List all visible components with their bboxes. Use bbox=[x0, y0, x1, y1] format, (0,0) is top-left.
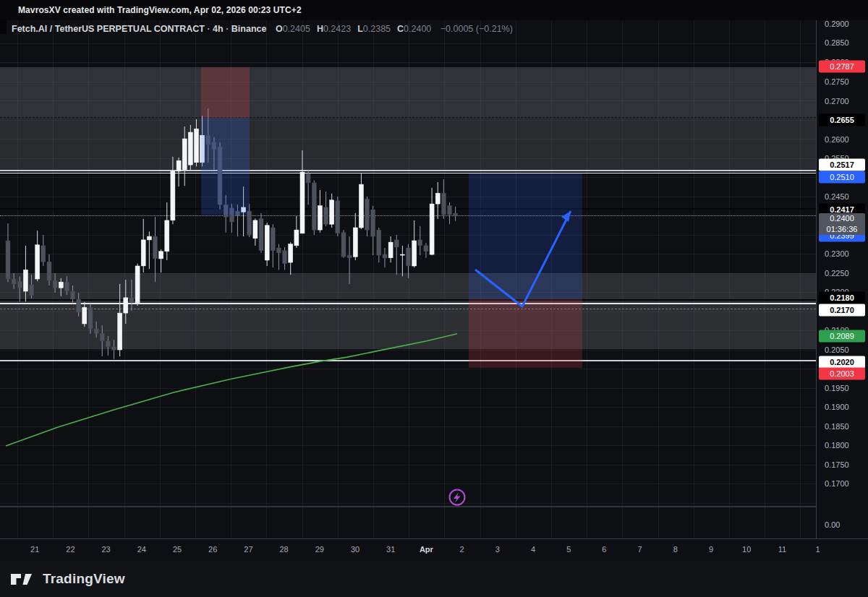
ohlc-letter: L bbox=[357, 24, 363, 34]
tradingview-logo-text: TradingView bbox=[43, 571, 125, 587]
chart-pane[interactable]: Fetch.AI / TetherUS PERPETUAL CONTRACT ·… bbox=[0, 20, 816, 538]
ohlc-value: 0.2405 bbox=[283, 24, 310, 34]
time-axis[interactable]: 2122232425262728293031Apr2345678910111 bbox=[0, 538, 868, 561]
price-axis-label: 0.2450 bbox=[825, 192, 849, 201]
time-axis-label: 27 bbox=[244, 545, 252, 554]
time-axis-label: 8 bbox=[673, 545, 678, 554]
price-axis-label: 0.2750 bbox=[825, 77, 849, 86]
price-axis-label: 0.2020 bbox=[819, 356, 865, 369]
ohlc-letter: C bbox=[397, 24, 404, 34]
price-axis[interactable]: 0.29000.28500.28000.27870.27500.27000.26… bbox=[816, 20, 868, 560]
price-axis-label: 0.2170 bbox=[819, 304, 865, 317]
tradingview-logo[interactable]: TradingView bbox=[10, 570, 125, 588]
time-axis-label: 29 bbox=[315, 545, 324, 554]
price-axis-label: 0.2180 bbox=[819, 292, 865, 304]
time-axis-label: 11 bbox=[778, 545, 786, 554]
chart-legend[interactable]: Fetch.AI / TetherUS PERPETUAL CONTRACT ·… bbox=[12, 24, 513, 35]
attribution-bar: MavrosXV created with TradingView.com, A… bbox=[0, 0, 868, 20]
time-axis-label: 21 bbox=[30, 545, 39, 554]
price-axis-label: 0.2089 bbox=[819, 330, 865, 343]
time-axis-label: 30 bbox=[351, 545, 359, 554]
symbol-title[interactable]: Fetch.AI / TetherUS PERPETUAL CONTRACT bbox=[12, 24, 205, 34]
time-axis-label: 28 bbox=[279, 545, 288, 554]
ohlc-value: 0.2400 bbox=[404, 24, 431, 34]
price-axis-label: 0.1900 bbox=[825, 403, 849, 411]
price-axis-label: 0.2655 bbox=[819, 114, 865, 126]
time-axis-label: 24 bbox=[137, 545, 146, 554]
time-axis-label: 22 bbox=[66, 545, 75, 554]
tradingview-chart-window: MavrosXV created with TradingView.com, A… bbox=[0, 0, 868, 597]
exchange-label: Binance bbox=[231, 24, 267, 34]
pane-corner bbox=[0, 20, 7, 34]
price-axis-label: 0.00 bbox=[825, 520, 840, 529]
bottom-bar: TradingView bbox=[0, 561, 868, 597]
time-axis-label: 9 bbox=[709, 545, 713, 554]
price-axis-label: 0.2700 bbox=[825, 97, 849, 106]
ohlc-value: 0.2385 bbox=[363, 24, 391, 34]
time-axis-label: Apr bbox=[420, 545, 433, 554]
time-axis-label: 10 bbox=[742, 545, 751, 554]
lightning-bolt-glyph[interactable] bbox=[454, 492, 461, 503]
price-axis-label: 0.2850 bbox=[825, 38, 849, 47]
time-axis-label: 3 bbox=[495, 545, 500, 554]
price-axis-label: 0.2517 bbox=[819, 159, 865, 171]
timeframe-label[interactable]: 4h bbox=[213, 24, 224, 34]
time-axis-label: 2 bbox=[460, 545, 464, 554]
price-axis-label: 0.1750 bbox=[825, 460, 849, 469]
time-axis-label: 1 bbox=[816, 545, 820, 554]
price-axis-label: 0.2510 bbox=[819, 171, 865, 184]
time-axis-label: 4 bbox=[531, 545, 535, 554]
price-axis-label: 0.1950 bbox=[825, 384, 849, 392]
price-axis-label: 0.2003 bbox=[819, 368, 865, 380]
price-axis-label: 0.2787 bbox=[819, 61, 865, 73]
time-axis-label: 7 bbox=[638, 545, 642, 554]
time-axis-label: 25 bbox=[173, 545, 182, 554]
attribution-text: MavrosXV created with TradingView.com, A… bbox=[18, 5, 302, 15]
ohlc-letter: H bbox=[317, 24, 323, 34]
time-axis-label: 26 bbox=[208, 545, 217, 554]
price-axis-label: 0.1800 bbox=[825, 441, 849, 450]
time-axis-label: 6 bbox=[602, 545, 606, 554]
drawings-overlay bbox=[0, 20, 816, 538]
ohlc-letter: O bbox=[276, 24, 283, 34]
change-value: −0.0005 (−0.21%) bbox=[441, 24, 513, 34]
price-axis-label: 0.1850 bbox=[825, 422, 849, 431]
time-axis-label: 31 bbox=[386, 545, 395, 554]
price-axis-label: 0.2900 bbox=[825, 20, 849, 28]
tradingview-logo-icon bbox=[10, 570, 36, 588]
price-axis-label: 0.1700 bbox=[825, 479, 849, 488]
last-price-countdown-label: 0.240001:36:36 bbox=[819, 213, 865, 235]
ohlc-values: O0.2405H0.2423L0.2385C0.2400 bbox=[269, 24, 431, 34]
price-axis-label: 0.2050 bbox=[825, 345, 849, 354]
projection-arrow[interactable] bbox=[475, 211, 571, 306]
time-axis-label: 5 bbox=[566, 545, 571, 554]
price-axis-label: 0.2600 bbox=[825, 135, 849, 144]
ohlc-value: 0.2423 bbox=[323, 24, 351, 34]
price-axis-label: 0.2300 bbox=[825, 249, 849, 258]
time-axis-label: 23 bbox=[101, 545, 110, 554]
price-axis-label: 0.2250 bbox=[825, 269, 849, 278]
